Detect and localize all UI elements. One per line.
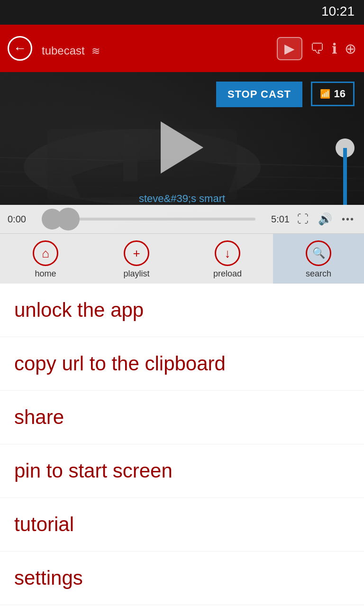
app-title: tubecast ≋ (40, 38, 269, 59)
search-tab-icon: 🔍 (306, 240, 331, 266)
chat-button[interactable]: 🗨 (310, 40, 324, 57)
video-background: STOP CAST 📶 16 steve&#39;s smart 0:00 (0, 72, 364, 233)
progress-bar[interactable] (68, 218, 255, 221)
status-bar: 10:21 (0, 0, 364, 25)
progress-thumb[interactable] (57, 208, 80, 230)
chat-icon: 🗨 (310, 41, 324, 56)
home-tab-icon: ⌂ (33, 240, 58, 266)
stop-cast-button[interactable]: STOP CAST (216, 82, 302, 107)
cast-wifi-signal-icon: 📶 (320, 89, 330, 99)
video-title: steve&#39;s smart (0, 193, 364, 205)
more-options-icon[interactable]: ••• (340, 212, 356, 227)
header: ← tubecast ≋ ▶ 🗨 ℹ ⊕ (0, 25, 364, 72)
tab-home[interactable]: ⌂ home (0, 234, 91, 284)
preload-tab-icon: ↓ (215, 240, 240, 266)
video-player: STOP CAST 📶 16 steve&#39;s smart 0:00 (0, 72, 364, 233)
option-copy-url[interactable]: copy url to the clipboard (0, 337, 364, 391)
loop-button[interactable]: ⊕ (345, 40, 356, 57)
info-button[interactable]: ℹ (332, 40, 337, 57)
option-pin[interactable]: pin to start screen (0, 444, 364, 498)
cast-device-indicator[interactable]: 📶 16 (311, 82, 355, 106)
play-header-icon: ▶ (284, 41, 295, 56)
option-unlock[interactable]: unlock the app (0, 284, 364, 337)
tab-playlist[interactable]: + playlist (91, 234, 182, 284)
play-triangle-icon (161, 121, 203, 174)
search-tab-label: search (306, 269, 331, 279)
progress-bar-area: 0:00 5:01 ⛶ 🔊 ••• (0, 205, 364, 233)
svg-rect-6 (123, 134, 137, 181)
tab-preload[interactable]: ↓ preload (182, 234, 273, 284)
playlist-tab-label: playlist (123, 269, 149, 279)
loop-icon: ⊕ (345, 41, 356, 56)
back-button[interactable]: ← (8, 36, 32, 61)
play-button-overlay[interactable] (161, 121, 203, 174)
cast-wifi-icon: ≋ (91, 45, 100, 57)
option-tutorial[interactable]: tutorial (0, 498, 364, 552)
play-header-button[interactable]: ▶ (277, 37, 302, 60)
volume-icon[interactable]: 🔊 (316, 211, 334, 228)
context-menu: unlock the app copy url to the clipboard… (0, 284, 364, 605)
option-share[interactable]: share (0, 391, 364, 444)
duration-time: 5:01 (261, 214, 290, 225)
cast-number: 16 (334, 88, 346, 100)
current-time: 0:00 (8, 214, 36, 225)
bottom-nav: ⌂ home + playlist ↓ preload 🔍 search (0, 233, 364, 284)
home-tab-label: home (35, 269, 56, 279)
option-settings[interactable]: settings (0, 552, 364, 605)
preload-tab-label: preload (213, 269, 242, 279)
playlist-tab-icon: + (124, 240, 149, 266)
time-display: 10:21 (321, 4, 355, 18)
info-icon: ℹ (332, 41, 337, 56)
fullscreen-icon[interactable]: ⛶ (295, 211, 310, 228)
back-icon: ← (13, 41, 27, 56)
tab-search[interactable]: 🔍 search (273, 234, 364, 284)
